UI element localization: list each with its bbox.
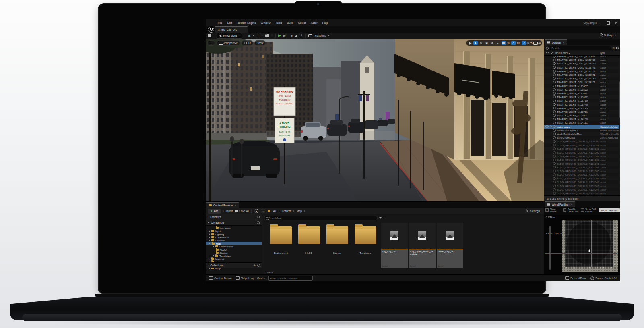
outliner-row[interactable]: WorldDataLayers-1 WorldDataLayers (544, 129, 620, 132)
menu-item[interactable]: Edit (225, 21, 234, 24)
add-button[interactable]: + Add (208, 209, 221, 214)
folder-tile[interactable]: Startup (325, 224, 349, 254)
outliner-row[interactable]: BLDG_GROUND_DECALS_N101003 (Un Actor (544, 162, 620, 165)
tree-item[interactable]: Material (206, 257, 262, 261)
tree-item[interactable]: Lighting (206, 233, 262, 236)
level-asset-tile[interactable]: City_Open_World_Template Level (409, 223, 436, 268)
outliner-row[interactable]: TRAFFIC_LIGHT_COLL_N123739 Actor (544, 58, 620, 62)
outliner-row[interactable]: BLDG_GROUND_DECALS_N102001 (Un Actor (544, 176, 620, 180)
surface-snap-icon[interactable]: ▪ (496, 41, 500, 45)
show-cell-coords-checkbox[interactable] (581, 208, 584, 212)
item-label-column[interactable]: Item Label ▴ (555, 52, 570, 55)
content-drawer-button[interactable]: Content Drawer (209, 276, 233, 280)
menu-item[interactable]: Actor (308, 21, 320, 24)
grid-snap-icon[interactable] (502, 41, 506, 45)
tree-item[interactable]: Localization (206, 236, 262, 239)
close-tab-icon[interactable]: × (571, 203, 572, 206)
outliner-row[interactable]: TRAFFIC_LIGHT_N124130 Actor (544, 117, 620, 121)
cinematics-icon[interactable] (265, 34, 269, 37)
world-space-icon[interactable]: ⊕ (490, 41, 495, 45)
maximize-icon[interactable] (607, 21, 610, 25)
play-icon[interactable]: ▶ (278, 34, 281, 37)
menu-item[interactable]: File (215, 21, 225, 24)
breadcrumb-map[interactable]: Map (297, 210, 302, 212)
expander-icon[interactable] (209, 258, 210, 260)
minimize-icon[interactable] (599, 23, 602, 23)
outliner-row[interactable]: BLDG_GROUND_DECALS_N100000 (Un Actor (544, 139, 620, 143)
source-control-button[interactable]: Source Control Off (590, 276, 617, 280)
tree-item[interactable]: HLOD (206, 248, 262, 251)
outliner-row[interactable]: TRAFFIC_LIGHT_COLL_N124130 Actor (544, 77, 620, 80)
forward-icon[interactable]: ▸ (261, 209, 265, 213)
outliner-row[interactable]: TRAFFIC_LIGHT_N124131 Actor (544, 121, 620, 125)
expander-icon[interactable] (209, 243, 211, 244)
stop-icon[interactable]: ■ (291, 34, 293, 37)
world-partition-map[interactable]: 2.03 km 4.61x5.50x0.77 km (544, 215, 620, 275)
rotation-snap-icon[interactable]: ∠ (511, 41, 516, 45)
folder-tile[interactable]: Templates (353, 224, 377, 254)
outliner-row[interactable]: TRAFFIC_LIGHT_N123622 Actor (544, 91, 620, 95)
tree-item[interactable]: Map (206, 242, 262, 245)
expander-icon[interactable] (213, 246, 214, 247)
outliner-row[interactable]: TRAFFIC_LIGHT_N123743 Actor (544, 106, 620, 110)
outliner-row[interactable]: BLDG_GROUND_DECALS_N102005 (Un Actor (544, 191, 620, 195)
rotation-snap-value[interactable]: 10° (517, 42, 521, 44)
outliner-row[interactable]: TRAFFIC_LIGHT_COLL_N123743 Actor (544, 66, 620, 69)
type-column[interactable]: Type (600, 52, 605, 54)
level-asset-tile[interactable]: Small_City_LVL Level (437, 223, 463, 268)
camera-count-icon[interactable] (533, 42, 538, 45)
tab-world-partition[interactable]: World Partition × (545, 201, 575, 207)
unreal-logo-icon[interactable] (208, 27, 214, 33)
expander-icon[interactable] (209, 230, 210, 232)
close-icon[interactable] (615, 21, 618, 25)
search-icon[interactable] (257, 264, 260, 267)
perspective-dropdown[interactable]: Perspective (216, 40, 240, 46)
expander-icon[interactable] (209, 237, 210, 238)
select-tool-icon[interactable] (468, 41, 472, 45)
visibility-column-icon[interactable] (546, 52, 549, 54)
derived-data-button[interactable]: Derived Data (565, 276, 586, 280)
outliner-row[interactable]: BLDG_GROUND_DECALS_N101005 (Un Actor (544, 169, 620, 173)
filter-icon[interactable] (379, 217, 382, 219)
blueprints-icon[interactable]: ∴ (257, 34, 259, 37)
rotate-tool-icon[interactable]: ↻ (479, 41, 483, 45)
bugitgo-checkbox[interactable] (563, 208, 566, 212)
map-scrollbar[interactable] (549, 226, 551, 270)
menu-item[interactable]: Window (258, 21, 273, 24)
close-tab-icon[interactable]: × (235, 204, 236, 207)
level-asset-tile[interactable]: Big_City_LVL Level (381, 223, 408, 268)
skip-icon[interactable]: ▶▏ (283, 34, 288, 37)
tree-item[interactable]: Lookdev (206, 239, 262, 242)
outliner-row[interactable]: TRAFFIC_LIGHT_N123740 Actor (544, 102, 620, 106)
settings-dropdown[interactable]: Settings (600, 33, 617, 37)
pin-column-icon[interactable] (551, 52, 553, 54)
outliner-row[interactable]: TRAFFIC_LIGHT_COLL_N124131 Actor (544, 80, 620, 84)
outliner-row[interactable]: BLDG_GROUND_DECALS_N101004 (Un Actor (544, 166, 620, 169)
eject-icon[interactable] (295, 35, 297, 37)
favorites-section[interactable]: › Favorites (206, 214, 262, 220)
outliner-row[interactable]: BLDG_GROUND_DECALS_N102004 (Un Actor (544, 188, 620, 191)
search-icon[interactable] (257, 221, 260, 224)
collections-section[interactable]: › Collections ⊕ (206, 262, 262, 268)
save-all-button[interactable]: Save All (235, 210, 249, 212)
outliner-row[interactable]: water_plane StaticMeshActor (544, 125, 620, 129)
tree-item[interactable]: Templates (206, 254, 262, 257)
project-section[interactable]: CitySample (206, 220, 262, 226)
outliner-row[interactable]: BLDG_GROUND_DECALS_N102002 (Un Actor (544, 180, 620, 184)
lit-dropdown[interactable]: Lit (242, 40, 253, 46)
outliner-row[interactable]: WorldPartitionMiniMap WorldPartitionMin (544, 132, 620, 136)
menu-item[interactable]: Select (296, 21, 308, 24)
menu-item[interactable]: Build (285, 21, 296, 24)
outliner-row[interactable]: TRAFFIC_LIGHT_N123971 Actor (544, 114, 620, 117)
tree-item[interactable]: Interfaces (206, 226, 262, 230)
back-icon[interactable]: ◂ (254, 209, 258, 213)
menu-item[interactable]: Houdini Engine (234, 21, 258, 24)
outliner-settings-icon[interactable] (616, 47, 619, 50)
outliner-filter-icon[interactable]: ⊞ (612, 47, 615, 50)
search-icon[interactable] (257, 216, 260, 218)
tree-item[interactable]: Environment (206, 245, 262, 248)
outliner-row[interactable]: TRAFFIC_LIGHT_N123672 Actor (544, 95, 620, 99)
output-log-button[interactable]: Output Log (236, 276, 254, 280)
breadcrumb-all[interactable]: All (273, 210, 276, 212)
camera-speed-value[interactable]: 0.25 (527, 42, 532, 44)
